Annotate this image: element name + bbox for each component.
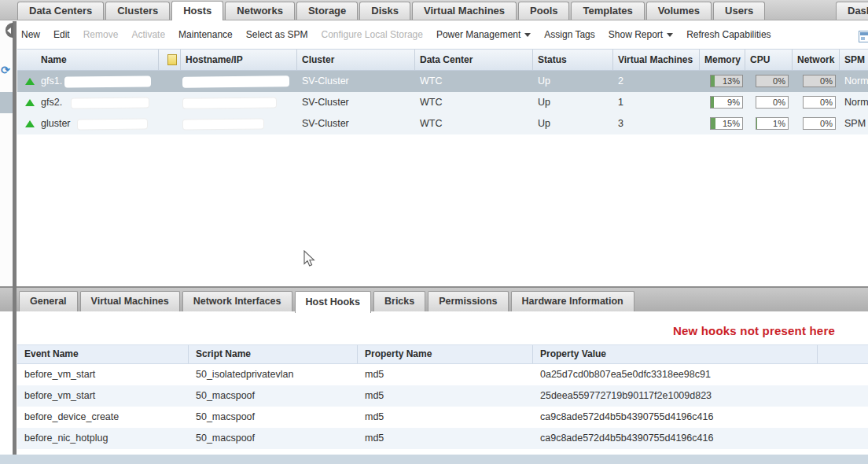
column-header-data-center[interactable]: Data Center bbox=[415, 50, 533, 70]
host-row-gluster[interactable]: glusterSV-ClusterWTCUp315%1%0%SPM bbox=[17, 113, 868, 134]
toolbar-corner-icon[interactable] bbox=[859, 31, 868, 42]
column-header-spm[interactable]: SPM bbox=[840, 50, 868, 70]
blank-cell bbox=[818, 385, 868, 407]
property-name-cell: md5 bbox=[358, 407, 533, 428]
hook-row-before-nic-hotplug-3[interactable]: before_nic_hotplug50_macspoofmd5ca9c8ade… bbox=[17, 428, 868, 449]
property-value-cell: ca9c8ade572d4b5b4390755d4196c416 bbox=[533, 428, 818, 449]
main-tab-bar: Data CentersClustersHostsNetworksStorage… bbox=[0, 0, 868, 20]
tab-dashboard[interactable]: Dashboard bbox=[836, 2, 868, 20]
host-row-gfs2[interactable]: gfs2.SV-ClusterWTCUp19%0%0%Normal bbox=[17, 92, 868, 113]
memory-usage-badge: 15% bbox=[710, 117, 743, 130]
tab-disks[interactable]: Disks bbox=[359, 2, 410, 20]
hostname-cell bbox=[181, 71, 297, 92]
memory-cell: 15% bbox=[700, 113, 745, 134]
property-name-cell: md5 bbox=[358, 385, 533, 407]
tab-templates[interactable]: Templates bbox=[571, 2, 644, 20]
event-name-cell: before_nic_hotplug bbox=[17, 428, 189, 449]
redaction-blob bbox=[182, 75, 289, 87]
refresh-icon[interactable]: ⟳ bbox=[1, 64, 10, 75]
hook-row-before-vm-start-0[interactable]: before_vm_start50_isolatedprivatevlanmd5… bbox=[17, 364, 868, 385]
tab-virtual-machines[interactable]: Virtual Machines bbox=[412, 2, 517, 20]
column-header-cluster[interactable]: Cluster bbox=[297, 50, 415, 70]
toolbar-button-new[interactable]: New bbox=[19, 28, 42, 42]
tab-data-centers[interactable]: Data Centers bbox=[17, 2, 104, 20]
network-usage-badge: 0% bbox=[803, 75, 836, 87]
virtual-machines-cell: 2 bbox=[613, 71, 700, 92]
column-header-network[interactable]: Network bbox=[793, 50, 840, 70]
script-name-cell: 50_macspoof bbox=[189, 407, 358, 428]
toolbar-button-power-management[interactable]: Power Management bbox=[434, 28, 533, 42]
tab-hosts[interactable]: Hosts bbox=[171, 1, 223, 20]
script-name-cell: 50_macspoof bbox=[189, 385, 358, 407]
column-header-memory[interactable]: Memory bbox=[700, 50, 745, 70]
bottom-scroll-strip[interactable] bbox=[0, 455, 868, 464]
host-hooks-panel: New hooks not present here Event NameScr… bbox=[0, 311, 868, 455]
left-selection-marker bbox=[0, 92, 13, 113]
column-header-status[interactable]: Status bbox=[533, 50, 613, 70]
panel-divider[interactable] bbox=[13, 21, 17, 455]
host-name-text: gfs1. bbox=[41, 71, 62, 92]
tab-volumes[interactable]: Volumes bbox=[646, 2, 712, 20]
cpu-usage-badge: 0% bbox=[756, 75, 789, 87]
memory-usage-badge: 9% bbox=[710, 96, 743, 109]
tab-storage[interactable]: Storage bbox=[296, 2, 358, 20]
network-cell: 0% bbox=[793, 92, 840, 113]
hostname-cell bbox=[181, 92, 297, 113]
toolbar-button-select-as-spm[interactable]: Select as SPM bbox=[244, 28, 311, 42]
status-up-icon bbox=[25, 78, 35, 85]
toolbar-button-assign-tags[interactable]: Assign Tags bbox=[542, 28, 597, 42]
blank-cell bbox=[818, 428, 868, 449]
status-up-icon bbox=[25, 120, 35, 127]
host-name-cell: gfs2. bbox=[17, 92, 159, 113]
cpu-usage-label: 1% bbox=[773, 118, 785, 129]
status-up-icon bbox=[25, 99, 35, 106]
tab-networks[interactable]: Networks bbox=[225, 2, 295, 20]
property-value-cell: 0a25d7cd0b807ea5e0dfc3318ee98c91 bbox=[533, 364, 818, 385]
toolbar-button-remove: Remove bbox=[81, 28, 121, 42]
network-usage-label: 0% bbox=[820, 75, 833, 87]
detail-tab-general[interactable]: General bbox=[19, 291, 78, 311]
chevron-down-icon bbox=[524, 33, 531, 37]
hosts-grid: NameHostname/IPClusterData CenterStatusV… bbox=[17, 49, 868, 134]
event-name-cell: before_vm_start bbox=[17, 364, 189, 385]
tab-users[interactable]: Users bbox=[713, 2, 765, 20]
toolbar-button-show-report[interactable]: Show Report bbox=[606, 28, 675, 42]
data-center-cell: WTC bbox=[415, 113, 533, 134]
host-note-cell bbox=[159, 92, 181, 113]
hook-row-before-vm-start-1[interactable]: before_vm_start50_macspoofmd525deea55977… bbox=[17, 385, 868, 407]
status-cell: Up bbox=[533, 92, 613, 113]
memory-usage-label: 13% bbox=[723, 75, 740, 87]
tab-clusters[interactable]: Clusters bbox=[105, 2, 170, 20]
property-name-cell: md5 bbox=[358, 364, 533, 385]
detail-tab-host-hooks[interactable]: Host Hooks bbox=[295, 291, 371, 313]
hooks-column-header-property-name: Property Name bbox=[358, 345, 533, 363]
detail-tab-virtual-machines[interactable]: Virtual Machines bbox=[80, 291, 180, 311]
data-center-cell: WTC bbox=[415, 71, 533, 92]
hook-row-before-device-create-2[interactable]: before_device_create50_macspoofmd5ca9c8a… bbox=[17, 407, 868, 428]
host-row-gfs1[interactable]: gfs1.SV-ClusterWTCUp213%0%0%Normal bbox=[17, 71, 868, 92]
detail-tab-network-interfaces[interactable]: Network Interfaces bbox=[182, 291, 292, 311]
script-name-cell: 50_macspoof bbox=[189, 428, 358, 449]
memory-usage-badge: 13% bbox=[710, 75, 743, 87]
ovirt-admin-screen: Data CentersClustersHostsNetworksStorage… bbox=[0, 0, 868, 464]
spm-cell: SPM bbox=[840, 113, 868, 134]
column-header-cpu[interactable]: CPU bbox=[745, 50, 793, 70]
detail-tab-hardware-information[interactable]: Hardware Information bbox=[511, 291, 634, 311]
network-cell: 0% bbox=[793, 113, 840, 134]
column-header-virtual-machines[interactable]: Virtual Machines bbox=[613, 50, 700, 70]
toolbar-button-refresh-capabilities[interactable]: Refresh Capabilities bbox=[684, 28, 773, 42]
host-name-text: gluster bbox=[41, 113, 71, 134]
cpu-usage-badge: 0% bbox=[756, 96, 789, 109]
tab-pools[interactable]: Pools bbox=[518, 2, 569, 20]
column-header-note-icon[interactable] bbox=[159, 50, 181, 70]
detail-tab-permissions[interactable]: Permissions bbox=[428, 291, 508, 311]
toolbar-button-edit[interactable]: Edit bbox=[51, 28, 72, 42]
hooks-table: Event NameScript NameProperty NameProper… bbox=[17, 344, 868, 449]
redaction-blob bbox=[182, 118, 264, 130]
toolbar-button-activate: Activate bbox=[129, 28, 167, 42]
column-header-name[interactable]: Name bbox=[17, 50, 159, 70]
toolbar-button-maintenance[interactable]: Maintenance bbox=[176, 28, 235, 42]
collapse-panel-handle[interactable] bbox=[6, 23, 13, 38]
column-header-hostname-ip[interactable]: Hostname/IP bbox=[181, 50, 297, 70]
detail-tab-bricks[interactable]: Bricks bbox=[373, 291, 425, 311]
